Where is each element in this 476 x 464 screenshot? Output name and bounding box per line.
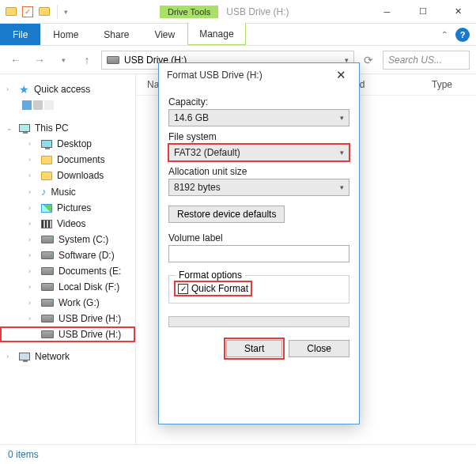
close-button[interactable]: ✕	[440, 0, 476, 24]
file-tab[interactable]: File	[0, 24, 40, 45]
drive-icon	[41, 315, 54, 323]
column-type[interactable]: Type	[432, 79, 452, 90]
drive-icon	[41, 236, 54, 243]
dialog-close-button[interactable]: ✕	[331, 66, 351, 84]
chevron-right-icon[interactable]: ›	[6, 85, 14, 93]
qat-folder-icon[interactable]	[38, 6, 51, 18]
up-button[interactable]: ↑	[77, 51, 96, 70]
music-icon: ♪	[41, 186, 47, 198]
sidebar-item-work-g[interactable]: ›Work (G:)	[0, 295, 135, 311]
allocation-label: Allocation unit size	[168, 166, 349, 177]
drive-icon	[41, 283, 54, 291]
separator	[57, 5, 58, 19]
sidebar-item-downloads[interactable]: ›Downloads	[0, 168, 135, 183]
drive-icon	[107, 56, 119, 64]
this-pc-node[interactable]: ⌄ This PC	[0, 120, 135, 136]
sidebar-label: Software (D:)	[59, 250, 115, 261]
quick-access-toolbar: ✓ ▾	[0, 5, 73, 19]
sidebar-label: Videos	[57, 218, 85, 229]
sidebar-label: Desktop	[57, 138, 92, 149]
forward-button[interactable]: →	[30, 51, 49, 70]
videos-icon	[41, 220, 52, 228]
chevron-right-icon[interactable]: ›	[6, 353, 14, 360]
sidebar-label: Work (G:)	[59, 297, 100, 308]
maximize-button[interactable]: ☐	[405, 0, 440, 24]
ribbon-collapse-icon[interactable]: ⌃	[441, 30, 448, 39]
refresh-button[interactable]: ⟳	[359, 51, 378, 70]
capacity-value: 14.6 GB	[174, 112, 209, 123]
sidebar-item-usb-h-selected[interactable]: USB Drive (H:)	[0, 326, 135, 342]
drive-icon	[41, 251, 54, 259]
sidebar-item-usb-h[interactable]: ›USB Drive (H:)	[0, 311, 135, 326]
capacity-select[interactable]: 14.6 GB ▾	[168, 109, 349, 126]
allocation-select[interactable]: 8192 bytes ▾	[168, 179, 349, 196]
dialog-buttons: Start Close	[168, 340, 349, 357]
share-tab[interactable]: Share	[91, 24, 142, 45]
start-button[interactable]: Start	[226, 340, 282, 357]
quick-format-checkbox[interactable]: ✓ Quick Format	[176, 282, 251, 295]
format-dialog: Format USB Drive (H:) ✕ Capacity: 14.6 G…	[158, 62, 360, 424]
chevron-down-icon: ▾	[340, 183, 344, 191]
minimize-button[interactable]: ─	[369, 0, 405, 24]
star-icon: ★	[19, 83, 29, 96]
network-node[interactable]: › Network	[0, 349, 135, 364]
sidebar-label: Documents (E:	[59, 266, 121, 277]
pc-icon	[19, 124, 30, 132]
filesystem-label: File system	[168, 131, 349, 142]
help-icon[interactable]: ?	[455, 28, 470, 42]
format-options-legend: Format options	[176, 270, 245, 281]
pinned-thumbnails[interactable]	[0, 98, 135, 112]
qat-checkbox-icon[interactable]: ✓	[22, 6, 33, 17]
volume-label-label: Volume label	[168, 232, 349, 243]
view-tab[interactable]: View	[142, 24, 187, 45]
quick-format-label: Quick Format	[191, 283, 248, 294]
search-input[interactable]: Search US...	[383, 51, 470, 70]
drive-icon	[41, 330, 54, 338]
home-tab[interactable]: Home	[40, 24, 91, 45]
sidebar-item-documents-e[interactable]: ›Documents (E:	[0, 263, 135, 279]
filesystem-select[interactable]: FAT32 (Default) ▾	[168, 144, 349, 161]
manage-tab[interactable]: Manage	[187, 23, 245, 45]
sidebar-item-software-d[interactable]: ›Software (D:)	[0, 247, 135, 263]
sidebar-item-local-f[interactable]: ›Local Disk (F:)	[0, 279, 135, 295]
status-item-count: 0 items	[8, 449, 39, 460]
sidebar-item-videos[interactable]: ›Videos	[0, 216, 135, 232]
sidebar-item-system-c[interactable]: ›System (C:)	[0, 232, 135, 247]
chevron-down-icon: ▾	[340, 149, 344, 157]
sidebar-item-documents[interactable]: ›Documents	[0, 152, 135, 168]
dialog-title-text: Format USB Drive (H:)	[167, 70, 263, 81]
recent-dropdown-icon[interactable]: ▾	[54, 51, 73, 70]
thumb-icon	[33, 100, 43, 110]
chevron-down-icon[interactable]: ⌄	[6, 124, 14, 132]
drive-icon	[41, 299, 54, 307]
close-dialog-button[interactable]: Close	[289, 340, 349, 357]
sidebar-item-desktop[interactable]: ›Desktop	[0, 136, 135, 152]
quick-access-node[interactable]: › ★ Quick access	[0, 81, 135, 98]
pictures-icon	[41, 204, 52, 213]
sidebar-item-pictures[interactable]: ›Pictures	[0, 200, 135, 216]
back-button[interactable]: ←	[6, 51, 25, 70]
volume-label-input[interactable]	[168, 245, 349, 262]
dialog-title-bar[interactable]: Format USB Drive (H:) ✕	[159, 63, 359, 87]
qat-dropdown-icon[interactable]: ▾	[64, 8, 68, 16]
folder-icon	[41, 172, 52, 180]
restore-defaults-button[interactable]: Restore device defaults	[168, 206, 285, 223]
sidebar-item-music[interactable]: ›♪Music	[0, 183, 135, 200]
window-title: USB Drive (H:)	[226, 6, 369, 17]
filesystem-value: FAT32 (Default)	[174, 147, 240, 158]
ribbon-tabs: File Home Share View Manage ⌃ ?	[0, 24, 476, 46]
sidebar-label: Pictures	[57, 202, 91, 213]
capacity-label: Capacity:	[168, 96, 349, 108]
format-options-group: Format options ✓ Quick Format	[168, 275, 349, 304]
status-bar: 0 items	[0, 444, 476, 463]
thumb-icon	[44, 100, 54, 110]
sidebar-label: Downloads	[57, 170, 104, 181]
dialog-body: Capacity: 14.6 GB ▾ File system FAT32 (D…	[159, 87, 359, 362]
allocation-value: 8192 bytes	[174, 182, 221, 193]
desktop-icon	[41, 140, 52, 148]
title-bar: ✓ ▾ Drive Tools USB Drive (H:) ─ ☐ ✕	[0, 0, 476, 24]
network-icon	[19, 353, 30, 360]
sidebar-label: Quick access	[34, 84, 90, 95]
sidebar-label: Local Disk (F:)	[59, 281, 119, 292]
navigation-pane: › ★ Quick access ⌄ This PC ›Desktop ›Doc…	[0, 74, 136, 444]
